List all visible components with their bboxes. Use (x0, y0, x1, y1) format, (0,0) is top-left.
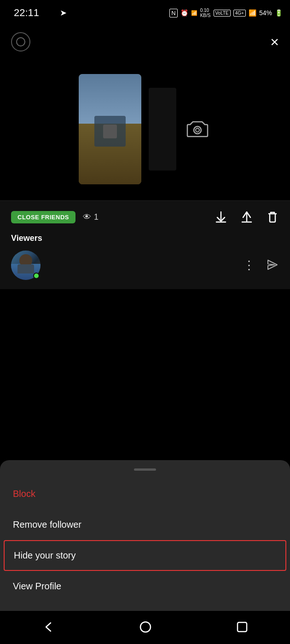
viewers-label: Viewers (11, 234, 279, 243)
download-button[interactable] (215, 210, 227, 224)
more-options-button[interactable]: ⋮ (243, 259, 255, 271)
story-thumbnail[interactable]: 👁 1 (79, 74, 141, 184)
status-icons: N ⏰ 📶 0.10KB/S VoLTE 4G+ 📶 54% 🔋 (169, 8, 283, 18)
story-placeholder-dark (149, 88, 176, 171)
back-nav-button[interactable] (41, 620, 55, 635)
delete-button[interactable] (266, 210, 279, 224)
alarm-icon: ⏰ (180, 9, 188, 17)
eye-count-icon: 👁 (83, 212, 91, 222)
share-button[interactable] (240, 210, 253, 224)
status-bar: 22:11 ➤ N ⏰ 📶 0.10KB/S VoLTE 4G+ 📶 54% 🔋 (0, 0, 290, 26)
battery-percent: 54% (259, 9, 272, 17)
speed-indicator: 0.10KB/S (200, 8, 211, 18)
svg-rect-4 (238, 622, 247, 632)
bottom-sheet: Block Remove follower Hide your story Vi… (0, 460, 290, 611)
close-button[interactable]: × (270, 34, 279, 51)
wifi-icon: 📶 (249, 9, 256, 17)
circle-icon (11, 32, 30, 51)
camera-add-area[interactable] (184, 115, 211, 143)
sheet-handle-area[interactable] (0, 460, 290, 479)
svg-point-1 (194, 126, 201, 134)
story-preview-area: 👁 1 (0, 58, 290, 200)
block-menu-item[interactable]: Block (0, 479, 290, 509)
battery-icon: 🔋 (275, 9, 283, 17)
volte-icon: VoLTE (214, 10, 231, 17)
status-time: 22:11 (14, 7, 39, 19)
close-friends-badge: CLOSE FRIENDS (11, 211, 75, 223)
svg-point-3 (140, 622, 151, 632)
view-profile-menu-item[interactable]: View Profile (0, 571, 290, 602)
hide-story-menu-item[interactable]: Hide your story (4, 540, 286, 571)
svg-point-2 (196, 128, 199, 132)
story-actions (215, 210, 279, 224)
top-controls: × (0, 26, 290, 58)
nav-bar (0, 611, 290, 644)
navigation-arrow-icon: ➤ (60, 8, 67, 18)
main-background (0, 289, 290, 381)
story-info-panel: CLOSE FRIENDS 👁 1 (0, 200, 290, 289)
sheet-handle (134, 468, 156, 471)
viewer-actions: ⋮ (243, 258, 279, 273)
svg-point-0 (17, 38, 25, 46)
story-meta-row: CLOSE FRIENDS 👁 1 (11, 210, 279, 224)
4g-icon: 4G+ (233, 10, 246, 17)
recents-nav-button[interactable] (236, 621, 249, 635)
signal-icon: 📶 (191, 10, 197, 16)
remove-follower-menu-item[interactable]: Remove follower (0, 509, 290, 540)
viewer-row: ⋮ (11, 251, 279, 280)
send-message-button[interactable] (266, 258, 279, 273)
nfc-icon: N (169, 9, 177, 17)
online-indicator (33, 273, 40, 279)
view-number: 1 (94, 212, 99, 222)
home-nav-button[interactable] (139, 620, 152, 635)
view-count-row: 👁 1 (83, 212, 99, 222)
